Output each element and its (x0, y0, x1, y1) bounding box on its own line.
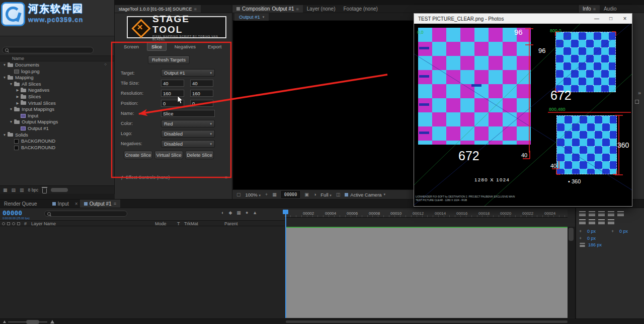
indent-left-value[interactable]: 0 px (587, 229, 596, 234)
tree-item-input-mappings[interactable]: ▼Input Mappings (0, 106, 114, 113)
slice-name-input[interactable] (161, 110, 215, 117)
column-hash[interactable]: # (24, 221, 27, 226)
exposure-icon[interactable]: ◑ (313, 192, 316, 197)
tree-item-mapping[interactable]: ▼Mapping (0, 75, 114, 81)
eye-column-icon[interactable] (2, 222, 5, 225)
tab-footage[interactable]: Footage (none) (339, 5, 381, 13)
justify-all-icon[interactable] (617, 211, 624, 216)
tab-info[interactable]: Info≡ (579, 5, 600, 13)
tree-item-background-1[interactable]: ▼BACKGROUND (0, 138, 114, 145)
timecode-value[interactable]: 00000 (3, 209, 30, 217)
target-select[interactable]: Output #1▾ (161, 69, 215, 77)
twirl-closed-icon[interactable]: ▶ (15, 87, 20, 94)
virtual-slice-button[interactable]: Virtual Slice (154, 151, 183, 159)
resolution-select[interactable]: Full ▾ (320, 192, 331, 198)
delete-slice-button[interactable]: Delete Slice (185, 151, 214, 159)
position-y-input[interactable] (190, 100, 213, 107)
tree-item-output-1[interactable]: ▼Output #1 (0, 125, 114, 132)
column-trkmat[interactable]: TrkMat (184, 221, 198, 226)
draft3d-icon[interactable]: ◆ (228, 210, 232, 215)
twirl-open-icon[interactable]: ▼ (9, 81, 14, 88)
close-tab-icon[interactable]: × (73, 201, 80, 207)
tab-render-queue[interactable]: Render Queue (0, 200, 41, 208)
resolution-height-input[interactable] (190, 90, 213, 97)
resolution-width-input[interactable] (161, 90, 184, 97)
time-indicator-handle[interactable] (283, 210, 288, 214)
tool-dock-icon[interactable] (635, 100, 639, 104)
current-time-display[interactable]: 00000 0:00:00:00 (25.00 fps) (3, 209, 30, 220)
column-name-label[interactable]: Name (12, 56, 24, 61)
tab-layer[interactable]: Layer (none) (303, 5, 340, 13)
flowchart-pill[interactable] (51, 188, 68, 192)
panel-menu-icon[interactable]: ≡ (296, 7, 299, 12)
tab-input-timeline[interactable]: Input (48, 200, 73, 208)
twirl-open-icon[interactable]: ▼ (2, 62, 7, 69)
zoom-in-icon[interactable] (50, 320, 54, 323)
tree-item-output-mappings[interactable]: ▼Output Mappings (0, 119, 114, 125)
timeline-track-area[interactable] (286, 227, 568, 318)
tab-export[interactable]: Export (204, 43, 225, 50)
align-center-icon[interactable] (589, 211, 595, 216)
tile-width-input[interactable] (161, 80, 184, 87)
panel-expand-icon[interactable]: » (638, 90, 641, 96)
align-left-icon[interactable] (579, 211, 586, 216)
logo-select[interactable]: Disabled▾ (161, 130, 215, 138)
audio-column-icon[interactable] (7, 222, 10, 225)
column-parent[interactable]: Parent (224, 221, 238, 226)
tab-output-timeline[interactable]: Output #1≡ (80, 200, 120, 208)
panel-menu-icon[interactable]: ≡ (593, 7, 596, 12)
time-ruler[interactable]: 00002 00004 00006 00008 00010 00012 0001… (285, 210, 568, 218)
justify-last-center-icon[interactable] (579, 219, 586, 224)
tile-height-input[interactable] (190, 80, 213, 87)
column-layer-name[interactable]: Layer Name (31, 221, 56, 226)
tree-item-documents[interactable]: ▼Documents⁘ (0, 62, 114, 69)
refresh-targets-button[interactable]: Refresh Targets (148, 55, 190, 64)
crosshair-icon[interactable]: + (265, 192, 268, 197)
indent-left-icon[interactable] (598, 219, 605, 224)
trash-icon[interactable] (42, 188, 47, 193)
tree-item-virtual-slices[interactable]: ▶Virtual Slices (0, 100, 114, 107)
viewer-tab-output1[interactable]: Output #1 ▾ (234, 13, 269, 21)
thumbnail-view-icon[interactable]: ▤ (12, 187, 16, 192)
tab-composition[interactable]: Composition Output #1 ≡ (232, 5, 303, 13)
create-slice-button[interactable]: Create Slice (124, 151, 152, 159)
column-t[interactable]: T (177, 221, 180, 226)
tree-item-all-slices[interactable]: ▼All Slices (0, 81, 114, 88)
list-view-icon[interactable]: ▦ (3, 187, 8, 192)
zoom-select[interactable]: 100% ▾ (246, 192, 261, 198)
tree-item-background-2[interactable]: ▼BACKGROUND (0, 145, 114, 151)
space-before-value[interactable]: 0 px (587, 236, 596, 241)
indent-right-icon[interactable] (608, 219, 614, 224)
camera-icon[interactable]: ▣ (304, 192, 309, 197)
twirl-open-icon[interactable]: ▼ (9, 106, 14, 113)
graph-editor-icon[interactable]: ▲ (253, 210, 257, 215)
tab-stagetool[interactable]: stageTool 1.0.0 [01-05-18] SOURCE ≡ (115, 5, 201, 13)
twirl-closed-icon[interactable]: ▶ (15, 94, 20, 100)
proxy-icon[interactable]: ▥ (20, 187, 24, 192)
tab-negatives[interactable]: Negatives (171, 43, 200, 50)
zoom-slider-knob[interactable] (26, 320, 39, 324)
indent-right-value[interactable]: 0 px (619, 229, 628, 234)
tab-screen[interactable]: Screen (120, 43, 143, 50)
region-of-interest-icon[interactable]: ◫ (336, 192, 341, 197)
vscroll-thumb[interactable] (569, 228, 574, 241)
effect-controls-tab[interactable]: ƒ Effect Controls (none) ≡ (121, 175, 227, 180)
zoom-out-icon[interactable] (3, 320, 6, 323)
negatives-select[interactable]: Disabled▾ (161, 140, 215, 148)
bit-depth-label[interactable]: 8 bpc (28, 187, 39, 192)
twirl-open-icon[interactable]: ▼ (2, 132, 7, 139)
column-mode[interactable]: Mode (155, 221, 167, 226)
tree-item-slices[interactable]: ▶Slices (0, 94, 114, 100)
tree-item-negatives[interactable]: ▶Negatives (0, 87, 114, 94)
timeline-search-box[interactable] (44, 211, 127, 217)
justify-last-left-icon[interactable] (608, 211, 614, 216)
panel-menu-icon[interactable]: ≡ (194, 7, 197, 12)
panel-menu-icon[interactable]: ≡ (225, 175, 227, 180)
leading-value[interactable]: 186 px (588, 242, 602, 247)
close-button[interactable]: × (618, 14, 632, 24)
tab-slice[interactable]: Slice (147, 42, 167, 51)
align-right-icon[interactable] (598, 211, 605, 216)
tree-item-logo-png[interactable]: ▼logo.png (0, 69, 114, 75)
lock-column-icon[interactable] (17, 222, 20, 225)
tree-item-input[interactable]: ▼Input (0, 113, 114, 119)
